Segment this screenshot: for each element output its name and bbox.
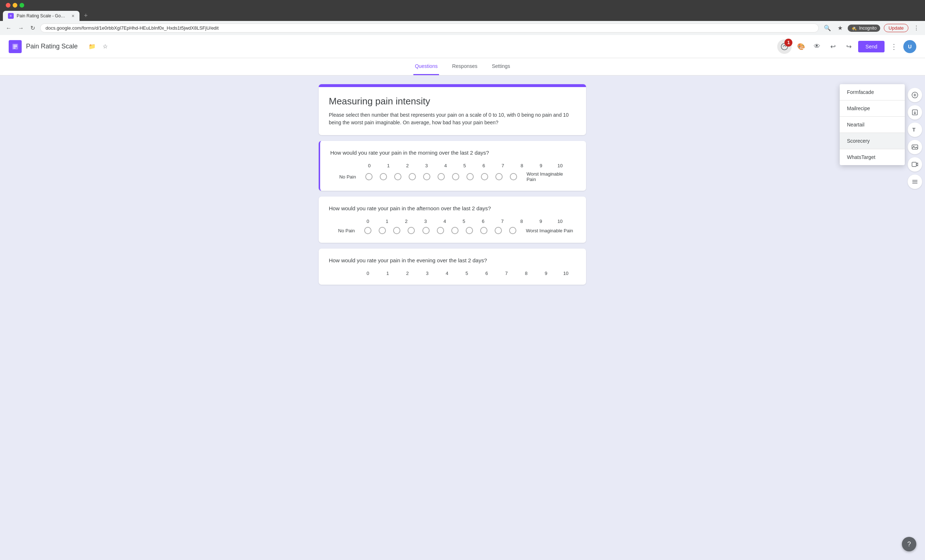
bookmark-icon[interactable]: ★ — [836, 23, 844, 33]
palette-icon[interactable]: 🎨 — [795, 40, 807, 53]
undo-icon[interactable]: ↩ — [826, 40, 839, 53]
title-card-content: Measuring pain intensity Please select t… — [319, 87, 586, 135]
add-question-icon[interactable] — [908, 88, 922, 102]
addon-notification-container: 1 — [777, 39, 792, 54]
forward-button[interactable]: → — [17, 24, 25, 33]
right-sidebar: Formfacade Mailrecipe Neartail Scorecery… — [905, 84, 925, 285]
tab-close-icon[interactable]: × — [72, 13, 74, 19]
notification-badge: 1 — [785, 39, 792, 47]
radio-1-q1[interactable] — [376, 173, 390, 180]
radio-8-q1[interactable] — [477, 173, 492, 180]
search-icon[interactable]: 🔍 — [823, 23, 833, 33]
question-3-text: How would you rate your pain in the even… — [329, 257, 576, 263]
addon-dropdown: Formfacade Mailrecipe Neartail Scorecery… — [840, 84, 905, 165]
question-1-content: How would you rate your pain in the morn… — [320, 141, 586, 191]
radio-6-q2[interactable] — [448, 227, 462, 234]
incognito-label: Incognito — [859, 26, 877, 31]
radio-5-q2[interactable] — [433, 227, 448, 234]
radio-1-q2[interactable] — [375, 227, 390, 234]
radio-8-q2[interactable] — [477, 227, 491, 234]
radio-9-q2[interactable] — [491, 227, 506, 234]
radio-4-q1[interactable] — [419, 173, 434, 180]
incognito-icon: 🕵 — [851, 26, 857, 31]
svg-rect-11 — [912, 145, 918, 149]
tab-questions[interactable]: Questions — [413, 58, 439, 75]
new-tab-button[interactable]: + — [81, 11, 91, 21]
add-video-icon[interactable] — [908, 157, 922, 172]
add-title-icon[interactable]: T — [908, 122, 922, 137]
close-traffic-light[interactable] — [6, 3, 11, 8]
linear-scale-3: 0 1 2 3 4 5 6 7 8 9 10 — [329, 271, 576, 276]
avatar[interactable]: U — [903, 40, 916, 53]
traffic-lights — [6, 3, 24, 8]
scale-numbers-2: 0 1 2 3 4 5 6 7 8 9 10 — [329, 218, 576, 224]
svg-text:T: T — [912, 127, 916, 132]
tab-settings[interactable]: Settings — [490, 58, 512, 75]
add-section-icon[interactable] — [908, 175, 922, 189]
preview-icon[interactable]: 👁 — [811, 40, 824, 53]
scale-radios-inner-2 — [361, 227, 520, 234]
linear-scale-2: 0 1 2 3 4 5 6 7 8 9 10 — [329, 218, 576, 234]
radio-5-q1[interactable] — [434, 173, 448, 180]
addon-mailrecipe[interactable]: Mailrecipe — [840, 101, 905, 116]
radio-2-q2[interactable] — [390, 227, 404, 234]
worst-pain-label-1: Worst Imaginable Pain — [521, 171, 573, 182]
scale-numbers-3: 0 1 2 3 4 5 6 7 8 9 10 — [329, 271, 576, 276]
redo-icon[interactable]: ↪ — [842, 40, 855, 53]
add-image-icon[interactable] — [908, 140, 922, 154]
address-bar[interactable]: docs.google.com/forms/d/1e0rbbXgI7EpHhd-… — [40, 24, 819, 33]
header-right: 1 🎨 👁 ↩ ↪ Send ⋮ U — [777, 39, 916, 54]
radio-3-q1[interactable] — [405, 173, 419, 180]
radio-0-q1[interactable] — [362, 173, 376, 180]
radio-4-q2[interactable] — [419, 227, 433, 234]
radio-10-q1[interactable] — [506, 173, 521, 180]
question-card-3: How would you rate your pain in the even… — [319, 248, 586, 285]
radio-9-q1[interactable] — [492, 173, 506, 180]
back-button[interactable]: ← — [5, 24, 13, 33]
app-header: Pain Rating Scale 📁 ☆ 1 🎨 👁 ↩ ↪ Send ⋮ U — [0, 35, 925, 58]
update-button[interactable]: Update — [884, 24, 908, 32]
addon-whatstarget[interactable]: WhatsTarget — [840, 149, 905, 165]
radio-3-q2[interactable] — [404, 227, 419, 234]
star-icon[interactable]: ☆ — [99, 41, 111, 53]
header-file-icons: 📁 ☆ — [86, 41, 111, 53]
radio-2-q1[interactable] — [390, 173, 405, 180]
scale-radios-1: No Pain — [330, 171, 576, 182]
refresh-button[interactable]: ↻ — [29, 23, 36, 33]
browser-tab[interactable]: ≡ Pain Rating Scale - Google For... × — [3, 11, 80, 21]
app-title: Pain Rating Scale — [26, 43, 78, 50]
radio-0-q2[interactable] — [361, 227, 375, 234]
scale-numbers-1: 0 1 2 3 4 5 6 7 8 9 10 — [330, 163, 576, 169]
addon-formfacade[interactable]: Formfacade — [840, 84, 905, 100]
scale-radios-2: No Pain — [329, 227, 576, 234]
scale-numbers-inner-2: 0 1 2 3 4 5 6 7 8 9 10 — [361, 218, 567, 224]
form-area: Measuring pain intensity Please select t… — [0, 84, 905, 285]
scale-radios-inner-1 — [362, 173, 521, 180]
address-bar-row: ← → ↻ docs.google.com/forms/d/1e0rbbXgI7… — [0, 21, 925, 35]
title-bar — [0, 0, 925, 11]
form-title-card: Measuring pain intensity Please select t… — [319, 84, 586, 135]
radio-6-q1[interactable] — [448, 173, 463, 180]
radio-10-q2[interactable] — [506, 227, 520, 234]
tab-favicon-icon: ≡ — [8, 13, 14, 19]
linear-scale-1: 0 1 2 3 4 5 6 7 8 9 10 — [330, 163, 576, 182]
folder-icon[interactable]: 📁 — [86, 41, 98, 53]
more-options-icon[interactable]: ⋮ — [887, 40, 901, 53]
addon-neartail[interactable]: Neartail — [840, 117, 905, 132]
tab-responses[interactable]: Responses — [450, 58, 479, 75]
addon-scorecery[interactable]: Scorecery — [840, 133, 905, 149]
radio-7-q2[interactable] — [462, 227, 477, 234]
question-2-content: How would you rate your pain in the afte… — [319, 197, 586, 243]
forms-logo-icon — [9, 40, 22, 53]
question-3-content: How would you rate your pain in the even… — [319, 248, 586, 285]
maximize-traffic-light[interactable] — [20, 3, 24, 8]
app-logo: Pain Rating Scale 📁 ☆ — [9, 40, 111, 53]
browser-chrome: ≡ Pain Rating Scale - Google For... × + … — [0, 0, 925, 35]
send-button[interactable]: Send — [858, 41, 884, 53]
minimize-traffic-light[interactable] — [13, 3, 17, 8]
browser-menu-icon[interactable]: ⋮ — [912, 23, 920, 33]
form-description: Please select then number that best repr… — [329, 111, 576, 126]
import-questions-icon[interactable] — [908, 105, 922, 120]
no-pain-label-2: No Pain — [332, 228, 361, 233]
radio-7-q1[interactable] — [463, 173, 477, 180]
